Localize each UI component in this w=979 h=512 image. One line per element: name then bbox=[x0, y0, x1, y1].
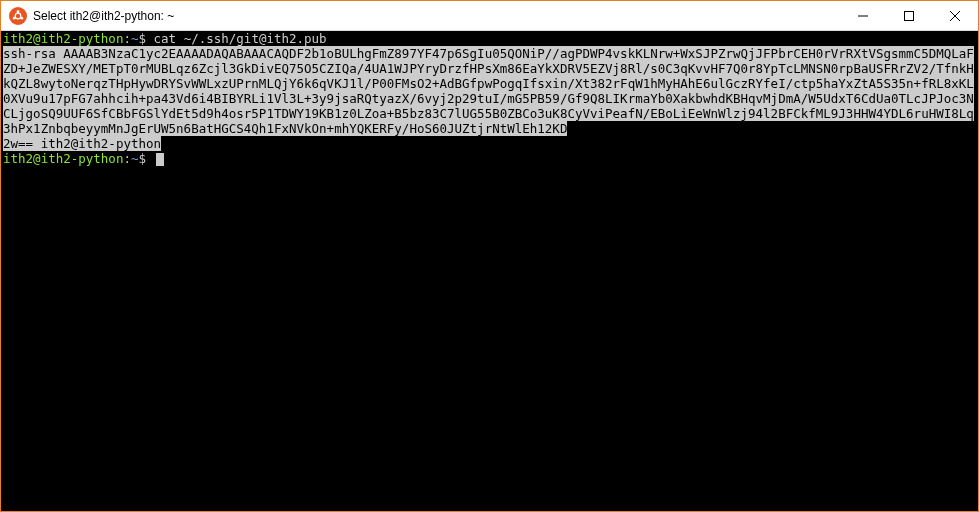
cursor bbox=[156, 153, 164, 166]
command-text: cat ~/.ssh/git@ith2.pub bbox=[154, 31, 327, 46]
prompt-dollar-2: $ bbox=[138, 151, 146, 166]
app-window: Select ith2@ith2-python: ~ ith2@ith2-pyt… bbox=[0, 0, 979, 512]
window-title: Select ith2@ith2-python: ~ bbox=[33, 9, 840, 23]
prompt-line-1: ith2@ith2-python:~$ cat ~/.ssh/git@ith2.… bbox=[3, 31, 976, 46]
prompt-user-host: ith2@ith2-python bbox=[3, 31, 123, 46]
prompt-colon: : bbox=[123, 31, 131, 46]
ubuntu-icon bbox=[9, 7, 27, 25]
prompt-dollar: $ bbox=[138, 31, 146, 46]
window-controls bbox=[840, 1, 978, 30]
titlebar[interactable]: Select ith2@ith2-python: ~ bbox=[1, 1, 978, 31]
close-button[interactable] bbox=[932, 1, 978, 30]
svg-rect-5 bbox=[905, 11, 914, 20]
prompt-colon-2: : bbox=[123, 151, 131, 166]
selected-output-tail: 2w== ith2@ith2-python bbox=[3, 136, 161, 151]
prompt-line-2: ith2@ith2-python:~$ bbox=[3, 151, 976, 166]
terminal-area[interactable]: ith2@ith2-python:~$ cat ~/.ssh/git@ith2.… bbox=[1, 31, 978, 511]
prompt-user-host-2: ith2@ith2-python bbox=[3, 151, 123, 166]
svg-point-3 bbox=[15, 13, 21, 19]
selected-output-main: ssh-rsa AAAAB3NzaC1yc2EAAAADAQABAAACAQDF… bbox=[3, 46, 974, 136]
minimize-button[interactable] bbox=[840, 1, 886, 30]
maximize-button[interactable] bbox=[886, 1, 932, 30]
